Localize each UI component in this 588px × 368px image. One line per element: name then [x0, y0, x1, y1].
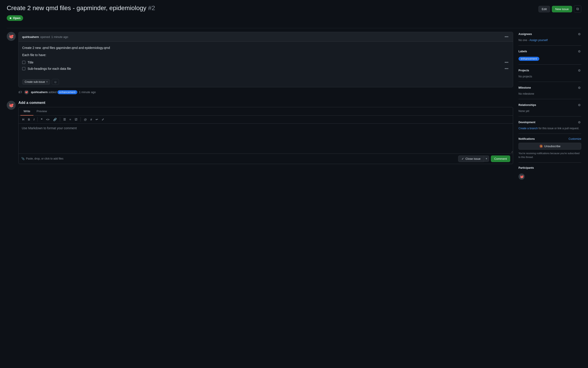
- slash-command-button[interactable]: ↩: [94, 117, 99, 122]
- participants-list: 🐙: [518, 172, 581, 180]
- write-tab[interactable]: Write: [20, 107, 33, 116]
- milestone-section: Milestone ⚙ No milestone: [518, 82, 581, 99]
- labels-value: enhancement: [518, 56, 581, 61]
- issue-header: Create 2 new qmd files - gapminder, epid…: [7, 4, 581, 13]
- participant-avatar-1: 🐙: [518, 174, 525, 180]
- development-gear-button[interactable]: ⚙: [578, 120, 581, 125]
- projects-section: Projects ⚙ No projects: [518, 64, 581, 82]
- create-branch-link[interactable]: Create a branch: [518, 127, 538, 130]
- comment-box: Write Preview H B I ❝ <> 🔗 ☰ ≡: [18, 107, 513, 164]
- milestone-title: Milestone: [518, 86, 531, 89]
- participants-title: Participants: [518, 166, 534, 169]
- body-line1: Create 2 new .qmd files gapminder.qmd an…: [22, 45, 509, 50]
- relationships-header: Relationships ⚙: [518, 103, 581, 107]
- link-button[interactable]: 🔗: [52, 117, 58, 122]
- labels-section: Labels ⚙ enhancement: [518, 45, 581, 64]
- close-issue-dropdown-button[interactable]: ▾: [484, 156, 489, 162]
- ordered-list-button[interactable]: ≡: [68, 117, 73, 122]
- status-label: Open: [13, 16, 20, 20]
- event-meta: quirksahern added enhancement 1 minute a…: [31, 90, 96, 94]
- status-badge: Open: [7, 15, 581, 24]
- development-title: Development: [518, 121, 535, 124]
- event-author-link[interactable]: quirksahern: [31, 91, 48, 94]
- new-issue-button[interactable]: New issue: [552, 6, 572, 12]
- add-comment-section: 🐙 Add a comment Write Preview H B I ❝ <>: [7, 101, 513, 164]
- attach-hint-text: Paste, drop, or click to add files: [26, 157, 63, 160]
- comment-textarea[interactable]: [19, 124, 513, 153]
- add-comment-wrapper: Add a comment Write Preview H B I ❝ <> 🔗: [18, 101, 513, 164]
- expand-button[interactable]: ⤢: [100, 117, 105, 122]
- reference-button[interactable]: #: [89, 117, 93, 122]
- relationships-gear-button[interactable]: ⚙: [578, 103, 581, 107]
- content-area: 🐙 quirksahern opened 1 minute ago ••• Cr…: [7, 32, 513, 164]
- commenter-avatar: 🐙: [7, 101, 16, 110]
- italic-button[interactable]: I: [32, 117, 36, 122]
- projects-header: Projects ⚙: [518, 68, 581, 73]
- comment-toolbar: H B I ❝ <> 🔗 ☰ ≡ ☑ @ # ↩: [19, 116, 513, 124]
- code-button[interactable]: <>: [45, 117, 51, 122]
- checklist-label-2: Sub-headings for each data file: [27, 66, 71, 71]
- projects-gear-button[interactable]: ⚙: [578, 68, 581, 73]
- labels-gear-button[interactable]: ⚙: [578, 49, 581, 54]
- unsubscribe-button[interactable]: 🔕 Unsubscribe: [518, 143, 581, 150]
- participants-section: Participants 🐙: [518, 162, 581, 183]
- sub-issue-label: Create sub-issue: [25, 80, 45, 83]
- participants-header: Participants: [518, 166, 581, 169]
- comment-footer: Create sub-issue ▾ ☺: [19, 77, 513, 87]
- assignees-header: Assignees ⚙: [518, 32, 581, 36]
- emoji-react-button[interactable]: ☺: [52, 79, 59, 85]
- assignees-empty-text: No one -: [518, 39, 529, 42]
- checklist-item-1-menu[interactable]: •••: [504, 60, 509, 65]
- task-list-button[interactable]: ☑: [73, 117, 79, 122]
- checkbox-1[interactable]: [22, 61, 25, 64]
- assignees-gear-button[interactable]: ⚙: [578, 32, 581, 36]
- relationships-section: Relationships ⚙ None yet: [518, 99, 581, 116]
- preview-tab[interactable]: Preview: [33, 107, 50, 116]
- enhancement-label: enhancement: [518, 57, 539, 61]
- main-layout: 🐙 quirksahern opened 1 minute ago ••• Cr…: [7, 32, 581, 183]
- checklist-item-1: Title •••: [22, 60, 509, 65]
- comment-menu-button[interactable]: •••: [504, 34, 509, 39]
- issue-comment-card: quirksahern opened 1 minute ago ••• Crea…: [18, 32, 513, 87]
- event-action: added: [48, 91, 57, 94]
- bold-button[interactable]: B: [27, 117, 31, 122]
- status-dot-icon: [9, 17, 12, 19]
- comment-author[interactable]: quirksahern: [22, 35, 39, 39]
- page-title: Create 2 new qmd files - gapminder, epid…: [7, 4, 155, 12]
- mention-button[interactable]: @: [82, 117, 88, 122]
- paperclip-icon: 📎: [21, 157, 25, 160]
- notifications-header-row: Notifications Customize: [518, 137, 581, 140]
- add-comment-title: Add a comment: [18, 101, 513, 105]
- relationships-title: Relationships: [518, 103, 536, 107]
- milestone-gear-button[interactable]: ⚙: [578, 85, 581, 90]
- comment-time: 1 minute ago: [51, 35, 68, 39]
- checklist-item-2-menu[interactable]: •••: [504, 66, 509, 71]
- assign-yourself-link[interactable]: Assign yourself: [529, 39, 548, 42]
- quote-button[interactable]: ❝: [39, 117, 44, 122]
- development-body: Create a branch for this issue or link a…: [518, 127, 581, 130]
- issue-comment-row: 🐙 quirksahern opened 1 minute ago ••• Cr…: [7, 32, 513, 87]
- checklist-item-2: Sub-headings for each data file •••: [22, 66, 509, 71]
- edit-button[interactable]: Edit: [538, 6, 550, 12]
- unsubscribe-label: Unsubscribe: [544, 145, 561, 148]
- submit-comment-button[interactable]: Comment: [491, 156, 510, 162]
- comment-actions: ✓ Close issue ▾ Comment: [458, 156, 510, 162]
- unordered-list-button[interactable]: ☰: [62, 117, 67, 122]
- comment-wrapper: quirksahern opened 1 minute ago ••• Crea…: [18, 32, 513, 87]
- customize-link[interactable]: Customize: [569, 137, 581, 140]
- heading-button[interactable]: H: [21, 117, 26, 122]
- issue-number: #2: [148, 4, 155, 11]
- title-text: Create 2 new qmd files - gapminder, epid…: [7, 4, 146, 11]
- comment-box-footer: 📎 Paste, drop, or click to add files ✓ C…: [19, 154, 513, 164]
- development-suffix: for this issue or link a pull request.: [538, 127, 579, 130]
- close-issue-button[interactable]: ✓ Close issue: [458, 156, 484, 162]
- event-author-avatar: 🐙: [24, 90, 29, 94]
- create-sub-issue-button[interactable]: Create sub-issue ▾: [22, 79, 50, 85]
- notifications-section: Notifications Customize 🔕 Unsubscribe Yo…: [518, 134, 581, 162]
- checkbox-2[interactable]: [22, 67, 25, 70]
- comment-header: quirksahern opened 1 minute ago •••: [19, 32, 513, 42]
- labels-header: Labels ⚙: [518, 49, 581, 54]
- milestone-empty: No milestone: [518, 92, 581, 95]
- label-event-icon: 🏷: [18, 90, 22, 94]
- copy-button[interactable]: ⧉: [574, 5, 581, 13]
